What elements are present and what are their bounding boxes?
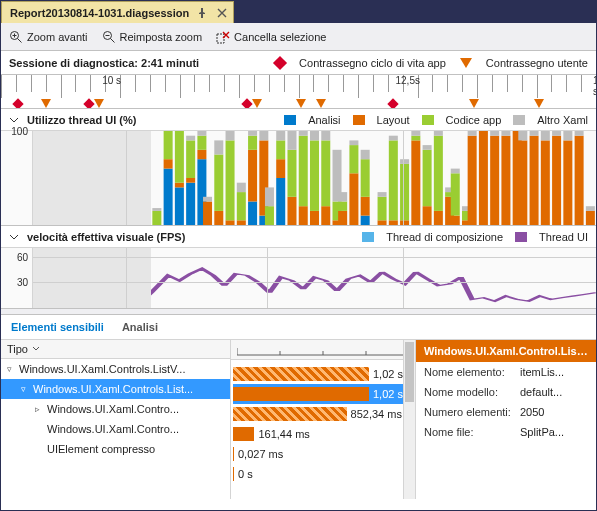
- property-value: 2050: [520, 406, 588, 418]
- user-mark-label: Contrassegno utente: [486, 57, 588, 69]
- fps-yaxis: 6030: [1, 248, 33, 308]
- tree-row[interactable]: UIElement compresso: [1, 439, 230, 459]
- svg-rect-48: [299, 131, 308, 136]
- svg-rect-60: [338, 192, 347, 201]
- bar-row[interactable]: 161,44 ms: [233, 424, 413, 444]
- svg-rect-24: [226, 220, 235, 225]
- tab-analysis[interactable]: Analisi: [122, 321, 158, 333]
- tree-row[interactable]: ▹Windows.UI.Xaml.Contro...: [1, 399, 230, 419]
- bar-value: 1,02 s: [373, 368, 403, 380]
- bar-value: 161,44 ms: [258, 428, 309, 440]
- svg-rect-96: [468, 131, 477, 136]
- pin-icon[interactable]: [195, 6, 209, 20]
- svg-rect-82: [423, 145, 432, 150]
- tab-strip: Report20130814-1031.diagsession: [1, 1, 596, 23]
- zoom-in-button[interactable]: Zoom avanti: [9, 30, 88, 44]
- property-key: Nome file:: [424, 426, 520, 438]
- property-row: Nome modello:default...: [416, 382, 596, 402]
- svg-rect-78: [411, 136, 420, 141]
- svg-rect-77: [411, 140, 420, 225]
- uithread-label: Thread UI: [539, 231, 588, 243]
- zoom-reset-label: Reimposta zoom: [120, 31, 203, 43]
- ui-thread-yaxis: 100: [1, 131, 33, 225]
- bar-row[interactable]: 852,34 ms: [233, 404, 413, 424]
- sort-icon: [32, 345, 40, 353]
- property-row: Nome file:SplitPa...: [416, 422, 596, 442]
- svg-rect-68: [378, 220, 387, 225]
- expander-icon[interactable]: ▿: [7, 364, 17, 374]
- svg-rect-108: [541, 131, 550, 140]
- tree-row-label: Windows.UI.Xaml.Controls.List...: [33, 383, 193, 395]
- app-lifecycle-marker-icon: [273, 55, 287, 69]
- svg-rect-112: [563, 131, 572, 140]
- svg-rect-51: [310, 131, 319, 140]
- tree-row-label: Windows.UI.Xaml.Controls.ListV...: [19, 363, 185, 375]
- svg-rect-32: [248, 136, 257, 150]
- tree-row[interactable]: Windows.UI.Xaml.Contro...: [1, 419, 230, 439]
- svg-rect-73: [389, 136, 398, 141]
- collapse-icon[interactable]: [9, 115, 19, 125]
- svg-rect-101: [501, 131, 510, 136]
- tree-header[interactable]: Tipo: [1, 340, 230, 359]
- xaml-swatch: [513, 115, 525, 125]
- bar: [233, 467, 234, 481]
- expander-icon[interactable]: ▹: [35, 404, 45, 414]
- comp-label: Thread di composizione: [386, 231, 503, 243]
- tab-hot-elements[interactable]: Elementi sensibili: [11, 321, 104, 333]
- svg-rect-99: [490, 131, 499, 136]
- session-legend: Contrassegno ciclo di vita app Contrasse…: [275, 57, 588, 69]
- ui-thread-plot[interactable]: [33, 131, 596, 225]
- svg-rect-90: [451, 173, 460, 215]
- timeline-markers: [1, 94, 596, 108]
- tree-row[interactable]: ▿Windows.UI.Xaml.Controls.ListV...: [1, 359, 230, 379]
- fps-plot[interactable]: [33, 248, 596, 308]
- layout-label: Layout: [377, 114, 410, 126]
- svg-rect-66: [361, 159, 370, 197]
- svg-rect-89: [451, 216, 460, 225]
- clear-selection-button[interactable]: Cancella selezione: [216, 30, 326, 44]
- appcode-swatch: [422, 115, 434, 125]
- bar-row[interactable]: 1,02 s: [233, 364, 413, 384]
- svg-rect-30: [248, 202, 257, 226]
- tree-row[interactable]: ▿Windows.UI.Xaml.Controls.List...: [1, 379, 230, 399]
- svg-rect-111: [563, 140, 572, 225]
- svg-rect-80: [423, 206, 432, 225]
- svg-rect-14: [186, 136, 195, 141]
- svg-rect-38: [265, 187, 274, 206]
- tree-row-label: UIElement compresso: [47, 443, 155, 455]
- uithread-swatch: [515, 232, 527, 242]
- svg-rect-40: [276, 159, 285, 178]
- svg-rect-83: [434, 211, 443, 225]
- svg-rect-116: [586, 206, 595, 211]
- svg-rect-74: [400, 220, 409, 225]
- svg-rect-64: [361, 216, 370, 225]
- svg-rect-6: [164, 159, 173, 168]
- svg-rect-37: [265, 206, 274, 225]
- zoom-reset-button[interactable]: Reimposta zoom: [102, 30, 203, 44]
- svg-rect-47: [299, 136, 308, 207]
- svg-rect-33: [248, 131, 257, 136]
- layout-swatch: [353, 115, 365, 125]
- close-icon[interactable]: [215, 6, 229, 20]
- document-tab[interactable]: Report20130814-1031.diagsession: [1, 1, 234, 23]
- detail-grid: Tipo ▿Windows.UI.Xaml.Controls.ListV...▿…: [1, 339, 596, 499]
- bar: [233, 427, 254, 441]
- bar-row[interactable]: 1,02 s: [233, 384, 413, 404]
- xaml-label: Altro Xaml: [537, 114, 588, 126]
- bar-row[interactable]: 0,027 ms: [233, 444, 413, 464]
- svg-rect-114: [575, 131, 584, 136]
- expander-icon[interactable]: ▿: [21, 384, 31, 394]
- zoom-in-label: Zoom avanti: [27, 31, 88, 43]
- timeline-ruler[interactable]: 10 s12,5s15 s: [1, 75, 596, 109]
- collapse-icon[interactable]: [9, 232, 19, 242]
- svg-rect-97: [479, 131, 488, 225]
- bar-value: 852,34 ms: [351, 408, 402, 420]
- bar-row[interactable]: 0 s: [233, 464, 413, 484]
- session-title: Sessione di diagnostica: 2:41 minuti: [9, 57, 199, 69]
- zoom-in-icon: [9, 30, 23, 44]
- session-header: Sessione di diagnostica: 2:41 minuti Con…: [1, 51, 596, 75]
- svg-rect-28: [237, 192, 246, 220]
- property-row: Nome elemento:itemLis...: [416, 362, 596, 382]
- bar-value: 0,027 ms: [238, 448, 283, 460]
- svg-rect-31: [248, 150, 257, 202]
